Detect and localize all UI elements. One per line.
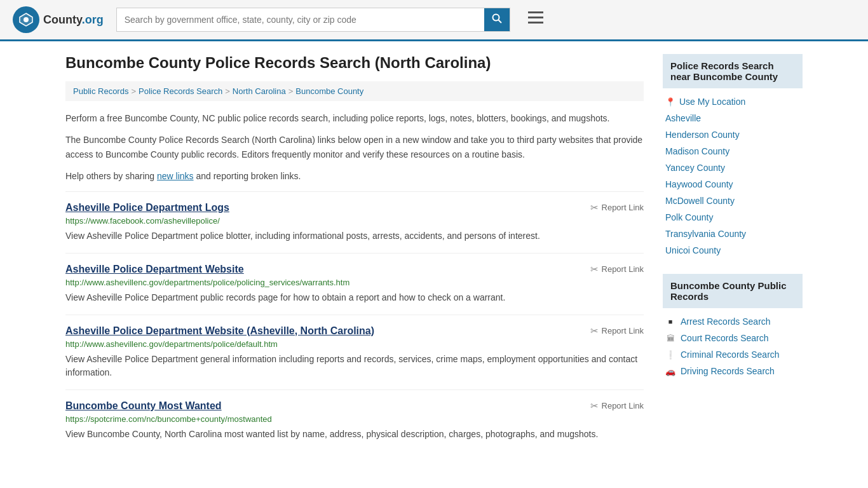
report-link-label: Report Link <box>602 203 644 212</box>
svg-rect-7 <box>528 22 543 24</box>
sidebar-item-transylvania: Transylvania County <box>663 226 803 242</box>
result-url: http://www.ashevillenc.gov/departments/p… <box>65 339 644 349</box>
sidebar-public-records-title: Buncombe County Public Records <box>663 274 803 308</box>
results-list: Asheville Police Department Logs ✂ Repor… <box>65 191 644 451</box>
description-2: The Buncombe County Police Records Searc… <box>65 133 644 161</box>
page-layout: Buncombe County Police Records Search (N… <box>53 41 815 464</box>
car-icon-driving: 🚗 <box>665 367 675 376</box>
svg-line-4 <box>498 20 501 24</box>
sidebar: Police Records Search near Buncombe Coun… <box>663 54 803 451</box>
report-link-btn[interactable]: ✂ Report Link <box>590 325 644 337</box>
square-icon-arrest: ■ <box>665 318 675 325</box>
svg-rect-6 <box>528 17 543 18</box>
report-link-btn[interactable]: ✂ Report Link <box>590 264 644 275</box>
search-input[interactable] <box>117 10 484 30</box>
report-icon: ✂ <box>590 264 599 275</box>
result-desc: View Asheville Police Department general… <box>65 353 644 379</box>
search-bar <box>116 8 510 32</box>
description-1: Perform a free Buncombe County, NC publi… <box>65 111 644 125</box>
nearby-polk-link[interactable]: Polk County <box>665 212 713 222</box>
report-link-btn[interactable]: ✂ Report Link <box>590 202 644 214</box>
sidebar-nearby-section: Police Records Search near Buncombe Coun… <box>663 54 803 259</box>
nearby-transylvania-link[interactable]: Transylvania County <box>665 229 746 239</box>
driving-records-link[interactable]: Driving Records Search <box>681 366 775 376</box>
logo-link[interactable]: County.org <box>13 6 104 33</box>
page-title: Buncombe County Police Records Search (N… <box>65 54 644 72</box>
criminal-records-link[interactable]: Criminal Records Search <box>681 349 780 360</box>
arrest-records-link[interactable]: Arrest Records Search <box>681 316 771 327</box>
search-icon <box>492 13 502 24</box>
breadcrumb-buncombe-county[interactable]: Buncombe County <box>295 86 363 96</box>
result-item: Asheville Police Department Website ✂ Re… <box>65 253 644 315</box>
breadcrumb-sep-3: > <box>288 86 294 96</box>
svg-point-2 <box>24 17 29 22</box>
result-header: Asheville Police Department Logs ✂ Repor… <box>65 202 644 214</box>
nearby-unicoi-link[interactable]: Unicoi County <box>665 245 721 255</box>
description-3: Help others by sharing new links and rep… <box>65 169 644 183</box>
result-desc: View Buncombe County, North Carolina mos… <box>65 428 644 441</box>
sidebar-nearby-title: Police Records Search near Buncombe Coun… <box>663 54 803 88</box>
logo-text: County.org <box>43 13 104 27</box>
breadcrumb-north-carolina[interactable]: North Carolina <box>233 86 286 96</box>
result-item: Buncombe County Most Wanted ✂ Report Lin… <box>65 390 644 451</box>
sidebar-item-arrest-records: ■ Arrest Records Search <box>663 313 803 330</box>
nearby-haywood-link[interactable]: Haywood County <box>665 179 733 189</box>
sidebar-item-court-records: 🏛 Court Records Search <box>663 330 803 346</box>
main-content: Buncombe County Police Records Search (N… <box>65 54 644 451</box>
result-title-link[interactable]: Asheville Police Department Website <box>65 264 244 275</box>
result-title-link[interactable]: Asheville Police Department Website (Ash… <box>65 325 374 337</box>
result-header: Asheville Police Department Website ✂ Re… <box>65 264 644 275</box>
sidebar-item-madison: Madison County <box>663 143 803 159</box>
svg-rect-5 <box>528 11 543 13</box>
site-header: County.org <box>0 0 868 41</box>
description-3-prefix: Help others by sharing <box>65 171 157 181</box>
court-records-link[interactable]: Court Records Search <box>681 333 769 343</box>
report-link-label: Report Link <box>602 401 644 410</box>
sidebar-item-polk: Polk County <box>663 209 803 226</box>
sidebar-item-unicoi: Unicoi County <box>663 242 803 259</box>
description-3-suffix: and reporting broken links. <box>194 171 301 181</box>
logo-icon <box>13 6 39 33</box>
result-desc: View Asheville Police Department police … <box>65 229 644 243</box>
location-icon: 📍 <box>665 97 675 107</box>
sidebar-item-mcdowell: McDowell County <box>663 193 803 209</box>
sidebar-item-asheville: Asheville <box>663 110 803 126</box>
sidebar-item-haywood: Haywood County <box>663 176 803 193</box>
report-icon: ✂ <box>590 400 599 412</box>
report-link-label: Report Link <box>602 326 644 336</box>
breadcrumb-police-records-search[interactable]: Police Records Search <box>139 86 222 96</box>
nearby-mcdowell-link[interactable]: McDowell County <box>665 196 735 206</box>
result-title-link[interactable]: Buncombe County Most Wanted <box>65 400 222 412</box>
breadcrumb: Public Records > Police Records Search >… <box>65 81 644 101</box>
nearby-madison-link[interactable]: Madison County <box>665 146 729 156</box>
result-url: http://www.ashevillenc.gov/departments/p… <box>65 278 644 287</box>
result-desc: View Asheville Police Department public … <box>65 291 644 304</box>
result-title-link[interactable]: Asheville Police Department Logs <box>65 202 229 214</box>
breadcrumb-sep-1: > <box>131 86 136 96</box>
search-button[interactable] <box>484 8 510 31</box>
breadcrumb-public-records[interactable]: Public Records <box>73 86 128 96</box>
exclaim-icon-criminal: ❕ <box>665 350 675 360</box>
svg-point-3 <box>492 15 499 21</box>
sidebar-item-criminal-records: ❕ Criminal Records Search <box>663 346 803 363</box>
report-icon: ✂ <box>590 325 599 337</box>
sidebar-item-yancey: Yancey County <box>663 159 803 176</box>
sidebar-public-records-section: Buncombe County Public Records ■ Arrest … <box>663 274 803 379</box>
use-my-location-link[interactable]: Use My Location <box>679 97 745 107</box>
nearby-henderson-link[interactable]: Henderson County <box>665 130 740 140</box>
result-url: https://www.facebook.com/ashevillepolice… <box>65 216 644 226</box>
use-my-location-item: 📍 Use My Location <box>663 93 803 110</box>
report-link-btn[interactable]: ✂ Report Link <box>590 400 644 412</box>
nearby-asheville-link[interactable]: Asheville <box>665 113 701 123</box>
sidebar-item-henderson: Henderson County <box>663 126 803 143</box>
report-icon: ✂ <box>590 202 599 214</box>
breadcrumb-sep-2: > <box>225 86 230 96</box>
result-item: Asheville Police Department Logs ✂ Repor… <box>65 191 644 253</box>
sidebar-item-driving-records: 🚗 Driving Records Search <box>663 363 803 379</box>
result-item: Asheville Police Department Website (Ash… <box>65 315 644 390</box>
new-links-link[interactable]: new links <box>157 171 194 181</box>
nearby-yancey-link[interactable]: Yancey County <box>665 163 725 173</box>
result-url: https://spotcrime.com/nc/buncombe+county… <box>65 414 644 424</box>
hamburger-icon <box>528 11 543 24</box>
menu-button[interactable] <box>523 9 548 30</box>
